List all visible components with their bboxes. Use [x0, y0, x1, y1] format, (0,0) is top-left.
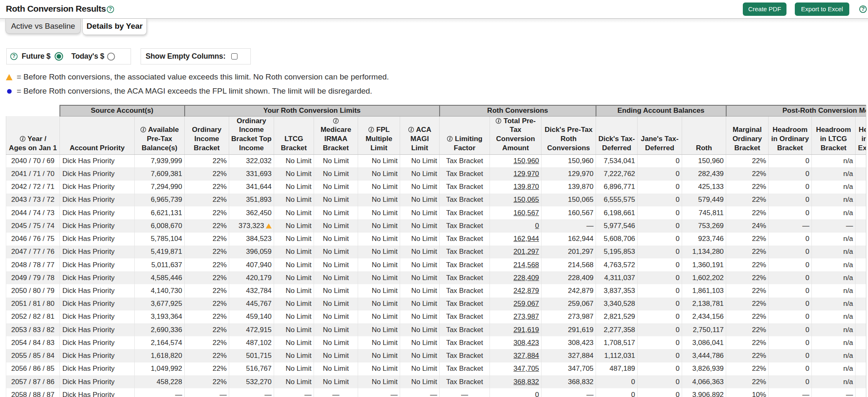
svg-text:?: ? [12, 53, 16, 59]
svg-text:?: ? [109, 6, 112, 12]
svg-text:?: ? [861, 5, 865, 12]
